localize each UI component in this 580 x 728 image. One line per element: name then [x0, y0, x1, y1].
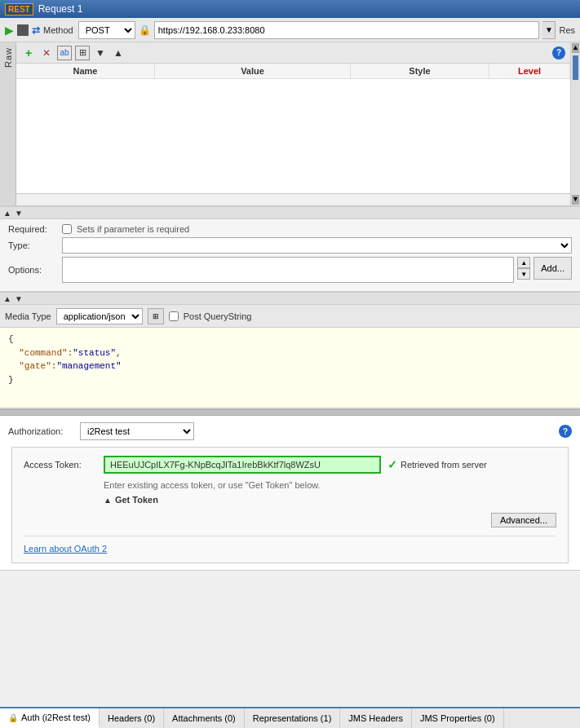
raw-tab-label: Raw — [3, 47, 13, 68]
retrieved-label: Retrieved from server — [401, 460, 487, 470]
add-param-button[interactable]: + — [21, 46, 36, 60]
required-checkbox-label: Sets if parameter is required — [77, 224, 189, 234]
scroll-thumb-bottom: ▼ — [572, 195, 579, 205]
get-token-button[interactable]: Get Token — [115, 495, 158, 505]
json-val-status: "status" — [73, 348, 116, 358]
param-icon2[interactable]: ⊞ — [75, 46, 90, 60]
param-arrow-down[interactable]: ▼ — [93, 46, 108, 60]
expand-bar-2[interactable]: ▲ ▼ — [0, 292, 580, 305]
app-icon: REST — [5, 3, 33, 15]
params-scrollbar[interactable]: ▲ ▼ — [570, 42, 580, 205]
json-brace-open: { — [8, 334, 14, 344]
tab-headers[interactable]: Headers (0) — [100, 708, 164, 728]
params-toolbar: + ✕ ab ⊞ ▼ ▲ ? — [16, 42, 570, 64]
type-select[interactable] — [62, 237, 572, 254]
options-scroll-up[interactable]: ▲ — [517, 257, 530, 268]
res-label: Res — [559, 25, 575, 35]
options-textarea[interactable] — [62, 257, 514, 283]
bottom-tab-bar: 🔒 Auth (i2Rest test) Headers (0) Attachm… — [0, 707, 580, 728]
learn-oauth-link[interactable]: Learn about OAuth 2 — [24, 544, 107, 554]
run-button[interactable]: ▶ — [5, 24, 14, 37]
tab-jms-headers[interactable]: JMS Headers — [340, 708, 412, 728]
required-label: Required: — [8, 224, 57, 234]
check-icon: ✓ — [387, 458, 397, 471]
remove-param-button[interactable]: ✕ — [39, 46, 54, 60]
options-scroll-down[interactable]: ▼ — [517, 268, 530, 280]
media-icon-btn[interactable]: ⊞ — [148, 308, 164, 324]
tab-representations[interactable]: Representations (1) — [245, 708, 341, 728]
post-qs-checkbox[interactable] — [169, 311, 179, 321]
json-key-command: "command" — [19, 348, 67, 358]
options-label: Options: — [8, 265, 57, 275]
add-option-button[interactable]: Add... — [534, 257, 572, 280]
params-table: Name Value Style Level — [16, 64, 570, 194]
expand-arrow-1: ▲ — [3, 209, 11, 218]
json-brace-close: } — [8, 375, 14, 385]
style-column-header: Style — [351, 64, 489, 78]
tab-auth-label: Auth (i2Rest test) — [21, 713, 91, 722]
lock-icon: 🔒 — [139, 24, 151, 36]
level-column-header: Level — [489, 64, 570, 78]
lock-icon-tab: 🔒 — [8, 713, 18, 722]
title-bar: REST Request 1 — [0, 0, 580, 18]
scroll-thumb[interactable] — [573, 55, 578, 80]
param-icon1[interactable]: ab — [57, 46, 72, 60]
method-select[interactable]: POST — [78, 21, 135, 39]
tab-jms-headers-label: JMS Headers — [348, 713, 403, 723]
toolbar: ▶ ⇄ Method POST 🔒 ▼ Res — [0, 18, 580, 42]
auth-section: Authorization: i2Rest test ? Access Toke… — [0, 416, 580, 571]
access-token-input[interactable] — [104, 456, 381, 474]
stop-button[interactable] — [17, 24, 29, 36]
post-qs-label: Post QueryString — [184, 311, 252, 321]
format-button[interactable]: ⇄ — [32, 24, 40, 36]
auth-select[interactable]: i2Rest test — [80, 422, 194, 440]
value-column-header: Value — [155, 64, 351, 78]
params-help-button[interactable]: ? — [552, 46, 565, 60]
type-label: Type: — [8, 240, 57, 250]
name-column-header: Name — [16, 64, 155, 78]
tab-attachments-label: Attachments (0) — [172, 713, 236, 723]
expand-arrow-3: ▲ — [3, 294, 11, 303]
tab-jms-properties[interactable]: JMS Properties (0) — [412, 708, 504, 728]
params-header: Name Value Style Level — [16, 64, 570, 79]
tab-attachments[interactable]: Attachments (0) — [164, 708, 245, 728]
advanced-button[interactable]: Advanced... — [491, 513, 556, 527]
json-editor[interactable]: { "command":"status", "gate":"management… — [0, 328, 580, 409]
oauth-box: Access Token: ✓ Retrieved from server En… — [11, 447, 569, 563]
raw-tab[interactable]: Raw — [0, 42, 16, 205]
auth-help-button[interactable]: ? — [559, 425, 572, 438]
expand-bar-1[interactable]: ▲ ▼ — [0, 206, 580, 219]
params-body — [16, 79, 570, 193]
window-title: Request 1 — [38, 3, 83, 15]
tab-auth[interactable]: 🔒 Auth (i2Rest test) — [0, 708, 100, 728]
access-token-label: Access Token: — [24, 460, 97, 470]
tab-headers-label: Headers (0) — [108, 713, 155, 723]
oauth-divider — [24, 536, 556, 536]
json-val-management: "management" — [56, 361, 121, 371]
triangle-icon: ▲ — [104, 496, 112, 505]
auth-label: Authorization: — [8, 426, 73, 436]
media-bar: Media Type application/json ⊞ Post Query… — [0, 305, 580, 328]
tab-representations-label: Representations (1) — [253, 713, 332, 723]
media-type-select[interactable]: application/json — [56, 308, 143, 324]
scroll-thumb-top: ▲ — [572, 43, 579, 53]
media-type-label: Media Type — [5, 311, 51, 321]
tab-jms-properties-label: JMS Properties (0) — [420, 713, 495, 723]
oauth-hint: Enter existing access token, or use "Get… — [104, 480, 556, 490]
endpoint-input[interactable] — [154, 21, 540, 39]
expand-arrow-4: ▼ — [15, 294, 23, 303]
properties-panel: Required: Sets if parameter is required … — [0, 219, 580, 292]
params-section: Raw + ✕ ab ⊞ ▼ ▲ ? Name Value Style Leve — [0, 42, 580, 206]
expand-arrow-2: ▼ — [15, 209, 23, 218]
endpoint-dropdown-btn[interactable]: ▼ — [542, 21, 556, 39]
required-checkbox[interactable] — [62, 224, 72, 234]
method-label: Method — [43, 25, 73, 35]
json-key-gate: "gate" — [19, 361, 51, 371]
param-arrow-up[interactable]: ▲ — [111, 46, 126, 60]
